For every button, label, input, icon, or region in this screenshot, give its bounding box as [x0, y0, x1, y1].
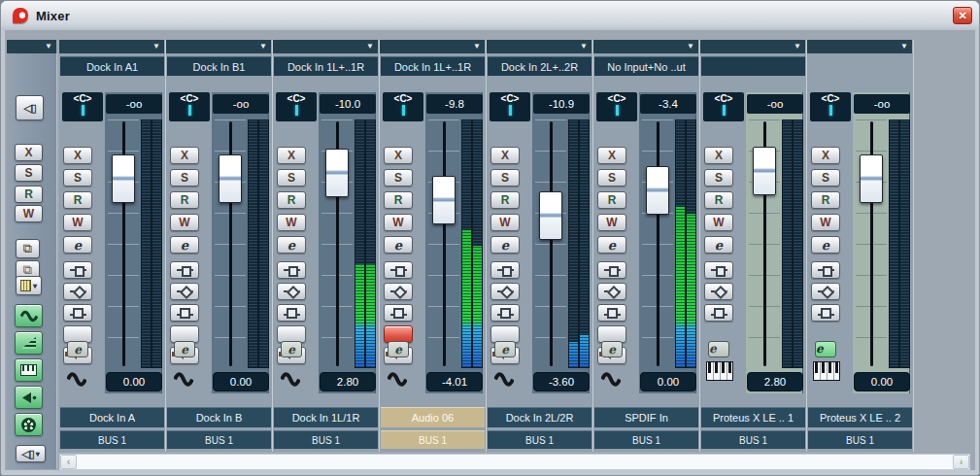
- edit-channel-button[interactable]: e: [490, 236, 520, 254]
- pan-control[interactable]: <C>: [169, 92, 210, 121]
- eq-bypass-button[interactable]: [384, 283, 413, 300]
- show-midi-channels-button[interactable]: [15, 358, 43, 382]
- mute-button[interactable]: X: [704, 147, 733, 164]
- eq-bypass-button[interactable]: [63, 283, 92, 300]
- global-read-button[interactable]: R: [15, 186, 43, 203]
- sends-bypass-button[interactable]: [170, 304, 199, 322]
- global-mute-button[interactable]: X: [15, 144, 43, 161]
- eq-bypass-button[interactable]: [597, 283, 626, 300]
- write-button[interactable]: W: [277, 214, 306, 231]
- level-display[interactable]: -10.0: [320, 94, 376, 114]
- routing-dropdown[interactable]: ▼: [59, 40, 165, 53]
- solo-button[interactable]: S: [384, 169, 413, 187]
- instrument-edit-button[interactable]: e: [281, 341, 302, 357]
- instrument-edit-button[interactable]: e: [494, 341, 516, 357]
- fader-track[interactable]: [749, 119, 780, 368]
- title-bar[interactable]: Mixer ✕: [1, 1, 979, 30]
- mute-button[interactable]: X: [811, 147, 840, 164]
- fader-handle[interactable]: [753, 147, 776, 195]
- eq-bypass-button[interactable]: [170, 283, 199, 300]
- channel-name[interactable]: Proteus X LE .. 1: [701, 407, 805, 427]
- solo-button[interactable]: S: [63, 169, 92, 187]
- level-display[interactable]: -10.9: [533, 94, 590, 114]
- mute-button[interactable]: X: [384, 147, 413, 164]
- show-group-channels-button[interactable]: [15, 331, 43, 355]
- pan-control[interactable]: <C>: [810, 92, 851, 121]
- scroll-left-button[interactable]: ‹: [60, 455, 77, 469]
- mute-button[interactable]: X: [63, 147, 92, 164]
- sends-bypass-button[interactable]: [704, 304, 733, 322]
- channel-name[interactable]: Dock In B: [167, 407, 271, 427]
- fader-track[interactable]: [215, 119, 246, 368]
- fader-value-display[interactable]: -3.60: [533, 372, 590, 391]
- horizontal-scrollbar[interactable]: ‹ ›: [59, 454, 970, 470]
- mute-button[interactable]: X: [277, 147, 306, 164]
- output-bus[interactable]: BUS 1: [808, 430, 912, 449]
- instrument-edit-button[interactable]: e: [815, 341, 836, 357]
- read-button[interactable]: R: [704, 191, 733, 209]
- channel-name[interactable]: Dock In 2L/2R: [488, 407, 591, 427]
- edit-channel-button[interactable]: e: [384, 236, 413, 254]
- eq-bypass-button[interactable]: [811, 283, 840, 300]
- sends-bypass-button[interactable]: [63, 304, 92, 322]
- sends-bypass-button[interactable]: [490, 304, 520, 322]
- show-instrument-channels-button[interactable]: [15, 413, 43, 436]
- sends-bypass-button[interactable]: [811, 304, 840, 322]
- output-bus[interactable]: BUS 1: [488, 430, 591, 449]
- read-button[interactable]: R: [597, 191, 626, 209]
- fader-value-display[interactable]: 2.80: [320, 372, 376, 391]
- input-routing-label[interactable]: Dock In 1L+..1R: [274, 56, 378, 76]
- output-bus[interactable]: BUS 1: [60, 430, 164, 449]
- routing-dropdown[interactable]: ▼: [487, 40, 592, 53]
- copy-settings-button[interactable]: ⧉: [16, 239, 40, 258]
- pan-control[interactable]: <C>: [490, 92, 530, 121]
- insert-bypass-button[interactable]: [277, 261, 306, 279]
- edit-channel-button[interactable]: e: [811, 236, 840, 254]
- fader-value-display[interactable]: 2.80: [747, 372, 803, 391]
- global-solo-button[interactable]: S: [15, 164, 43, 182]
- sends-bypass-button[interactable]: [384, 304, 413, 322]
- output-bus[interactable]: BUS 1: [167, 430, 271, 449]
- mute-button[interactable]: X: [490, 147, 520, 164]
- read-button[interactable]: R: [384, 191, 413, 209]
- hide-channel-settings-button[interactable]: ◁▯: [16, 95, 44, 120]
- pan-control[interactable]: <C>: [383, 92, 423, 121]
- input-routing-label[interactable]: [701, 56, 805, 76]
- input-routing-label[interactable]: No Input+No ..ut: [594, 56, 698, 76]
- instrument-edit-button[interactable]: e: [388, 341, 409, 357]
- eq-bypass-button[interactable]: [277, 283, 306, 300]
- fader-value-display[interactable]: 0.00: [213, 372, 269, 391]
- solo-button[interactable]: S: [704, 169, 733, 187]
- insert-bypass-button[interactable]: [597, 261, 626, 279]
- pan-control[interactable]: <C>: [62, 92, 103, 121]
- channel-name[interactable]: Audio 06: [381, 407, 485, 427]
- channel-name[interactable]: SPDIF In: [594, 407, 698, 427]
- fader-value-display[interactable]: 0.00: [854, 372, 910, 391]
- channel-name[interactable]: Dock In A: [60, 407, 164, 427]
- eq-bypass-button[interactable]: [704, 283, 733, 300]
- fader-track[interactable]: [535, 119, 566, 368]
- solo-button[interactable]: S: [597, 169, 626, 187]
- fader-value-display[interactable]: 0.00: [106, 372, 162, 391]
- fader-value-display[interactable]: -4.01: [426, 372, 483, 391]
- read-button[interactable]: R: [170, 191, 199, 209]
- solo-button[interactable]: S: [811, 169, 840, 187]
- insert-bypass-button[interactable]: [384, 261, 413, 279]
- fader-track[interactable]: [321, 119, 353, 368]
- fader-handle[interactable]: [112, 154, 135, 203]
- routing-dropdown[interactable]: ▼: [166, 40, 272, 53]
- read-button[interactable]: R: [811, 191, 840, 209]
- write-button[interactable]: W: [811, 214, 840, 231]
- insert-bypass-button[interactable]: [170, 261, 199, 279]
- mute-button[interactable]: X: [597, 147, 626, 164]
- routing-dropdown[interactable]: ▼: [593, 40, 699, 53]
- mute-button[interactable]: X: [170, 147, 199, 164]
- instrument-edit-button[interactable]: e: [708, 341, 729, 357]
- fader-track[interactable]: [108, 119, 139, 368]
- edit-channel-button[interactable]: e: [63, 236, 92, 254]
- level-display[interactable]: -oo: [747, 94, 803, 114]
- write-button[interactable]: W: [490, 214, 520, 231]
- command-target-button[interactable]: ◁▯ ▾: [16, 445, 46, 462]
- insert-bypass-button[interactable]: [490, 261, 520, 279]
- show-audio-channels-button[interactable]: [15, 304, 43, 327]
